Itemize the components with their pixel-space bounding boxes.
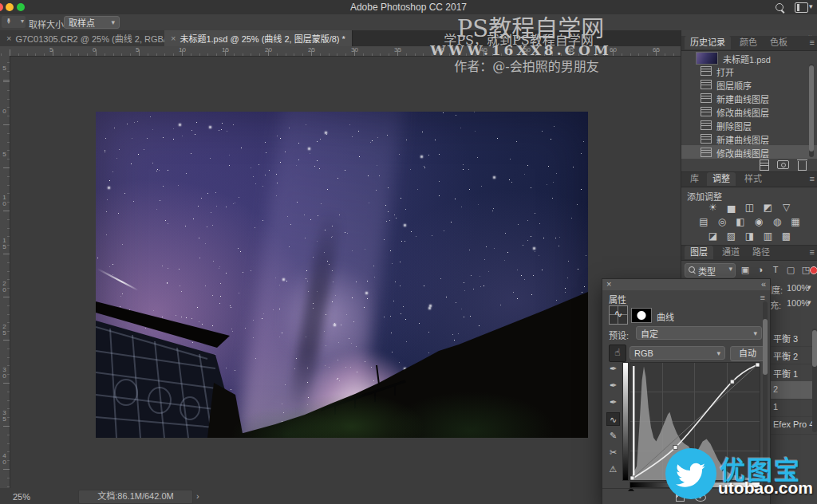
adjustment-icon-row: ▤◎◧◉◍▦	[681, 215, 817, 228]
levels-icon[interactable]: ▅	[725, 201, 738, 214]
canvas-image[interactable]	[96, 112, 588, 438]
black-point-eyedropper-icon[interactable]: ✒	[606, 362, 620, 376]
history-scrollbar-thumb[interactable]	[809, 65, 814, 152]
selective-color-icon[interactable]: ▩	[780, 230, 793, 242]
brightness-contrast-icon[interactable]: ☀	[707, 201, 720, 214]
close-tab-icon[interactable]: ×	[171, 33, 176, 43]
tab-layers[interactable]: 图层	[685, 246, 713, 259]
collapse-panel-icon[interactable]: «	[761, 279, 766, 289]
history-item-label: 修改曲线图层	[716, 147, 769, 159]
tab-color[interactable]: 颜色	[734, 36, 763, 49]
new-snapshot-icon[interactable]	[777, 160, 789, 169]
threshold-icon[interactable]: ◨	[744, 230, 756, 242]
document-tab-1[interactable]: × G7C01305.CR2 @ 25% (曲线 2, RGB/8*) *	[0, 30, 190, 46]
curves-icon[interactable]: ◫	[744, 201, 756, 214]
history-item[interactable]: 修改曲线图层	[681, 145, 817, 159]
auto-button[interactable]: 自动	[730, 346, 765, 361]
tab-styles[interactable]: 样式	[739, 172, 768, 186]
close-tab-icon[interactable]: ×	[6, 33, 11, 43]
layer-filter-toggle[interactable]	[810, 266, 817, 274]
properties-scrollbar-thumb[interactable]	[763, 319, 768, 375]
layer-mask-thumbnail[interactable]	[631, 308, 652, 323]
black-white-icon[interactable]: ◧	[734, 215, 747, 228]
sample-size-label: 取样大小:	[29, 18, 66, 30]
ruler-label: 20	[1, 280, 7, 293]
zoom-level[interactable]: 25%	[13, 492, 30, 502]
tab-channels[interactable]: 通道	[716, 246, 745, 259]
panel-menu-icon[interactable]: ≡	[810, 174, 815, 183]
tab-swatches[interactable]: 色板	[764, 36, 793, 49]
opacity-value[interactable]: 100%	[787, 283, 809, 293]
history-snapshot-row[interactable]: 未标题1.psd	[681, 50, 817, 64]
exposure-icon[interactable]: ◩	[762, 201, 775, 214]
search-icon[interactable]	[776, 3, 783, 11]
layer-filter-dropdown[interactable]: 类型 ▾	[685, 263, 736, 278]
history-item[interactable]: 图层顺序	[681, 77, 817, 91]
tab-libraries[interactable]: 库	[685, 172, 705, 186]
new-document-from-state-icon[interactable]	[760, 159, 769, 171]
workspace-switcher-icon[interactable]	[795, 2, 808, 13]
history-item-label: 图层顺序	[716, 79, 752, 92]
posterize-icon[interactable]: ▨	[725, 230, 738, 242]
fill-value[interactable]: 100%	[787, 298, 809, 308]
edit-points-tool-icon[interactable]: ∿	[606, 412, 620, 426]
pencil-tool-icon[interactable]: ✎	[606, 429, 620, 443]
status-chevron-icon[interactable]: ›	[196, 491, 199, 501]
preset-dropdown[interactable]: 自定 ▾	[636, 326, 762, 340]
adjustment-layer-filter-icon[interactable]: ◑	[754, 263, 767, 276]
histogram-warning-icon[interactable]: ⚠	[606, 463, 620, 476]
ruler-label: 50	[523, 47, 531, 53]
gray-point-eyedropper-icon[interactable]: ✒	[606, 379, 620, 392]
curve-point-2[interactable]	[730, 380, 734, 384]
eyedropper-tool-preset[interactable]: ✒ ▾	[2, 16, 26, 28]
history-item[interactable]: 修改曲线图层	[681, 104, 817, 118]
bird-logo-icon	[665, 448, 716, 499]
layers-scrollbar-thumb[interactable]	[812, 330, 817, 367]
ruler-label: 0	[93, 47, 96, 53]
color-balance-icon[interactable]: ◎	[716, 215, 728, 228]
eyedropper-icon: ✒	[4, 18, 13, 24]
opacity-caret-icon[interactable]: ▾	[807, 283, 811, 291]
layer-name: Efex Pro 4	[773, 419, 814, 429]
document-tab-2[interactable]: × 未标题1.psd @ 25% (曲线 2, 图层蒙版/8) *	[164, 30, 353, 46]
delete-state-icon[interactable]	[798, 161, 807, 171]
smooth-curve-tool-icon[interactable]: ✂	[606, 446, 620, 459]
close-panel-icon[interactable]: ×	[606, 279, 611, 289]
gradient-map-icon[interactable]: ▥	[762, 230, 775, 242]
ruler-label: 45	[480, 47, 487, 53]
curve-point-0[interactable]	[630, 476, 634, 480]
history-item[interactable]: 删除图层	[681, 118, 817, 132]
color-lookup-icon[interactable]: ▦	[789, 215, 802, 228]
tab-history[interactable]: 历史记录	[685, 36, 731, 49]
preset-value: 自定	[641, 327, 658, 340]
targeted-adjustment-tool[interactable]: ☝	[609, 345, 626, 362]
properties-panel-header[interactable]: × «	[602, 279, 770, 290]
white-point-eyedropper-icon[interactable]: ✒	[606, 396, 620, 409]
ruler-label: 5	[1, 151, 7, 157]
tab-paths[interactable]: 路径	[747, 246, 776, 259]
history-item[interactable]: 新建曲线图层	[681, 91, 817, 104]
ruler-label: 20	[265, 47, 272, 53]
type-layer-filter-icon[interactable]: T	[769, 263, 782, 276]
pixel-layer-filter-icon[interactable]: ▣	[739, 263, 752, 276]
channel-mixer-icon[interactable]: ◍	[771, 215, 783, 228]
history-item[interactable]: 打开	[681, 64, 817, 77]
workspace-caret-icon[interactable]: ▾	[809, 2, 813, 10]
channel-dropdown[interactable]: RGB ▾	[630, 346, 725, 360]
curve-point-3[interactable]	[756, 363, 760, 367]
vibrance-icon[interactable]: ▽	[780, 201, 793, 214]
panel-menu-icon[interactable]: ≡	[810, 247, 815, 257]
history-item[interactable]: 新建曲线图层	[681, 132, 817, 145]
panel-menu-icon[interactable]: ≡	[810, 37, 815, 47]
ruler-label: 10	[1, 194, 7, 207]
invert-icon[interactable]: ◪	[707, 230, 720, 242]
shape-layer-filter-icon[interactable]: ▢	[784, 263, 797, 276]
photoshop-window: Adobe Photoshop CC 2017 ▾ ✒ ▾ 取样大小: 取样点 …	[0, 0, 817, 504]
adjustment-icon-row: ◪▨◨▥▩	[681, 230, 817, 242]
photo-filter-icon[interactable]: ◉	[752, 215, 765, 228]
history-panel-header: 历史记录 颜色 色板 ≡	[681, 36, 817, 51]
sample-size-dropdown[interactable]: 取样点 ▾	[64, 16, 120, 29]
hue-saturation-icon[interactable]: ▤	[697, 215, 710, 228]
tab-adjustments[interactable]: 调整	[707, 172, 736, 186]
fill-caret-icon[interactable]: ▾	[807, 298, 811, 306]
